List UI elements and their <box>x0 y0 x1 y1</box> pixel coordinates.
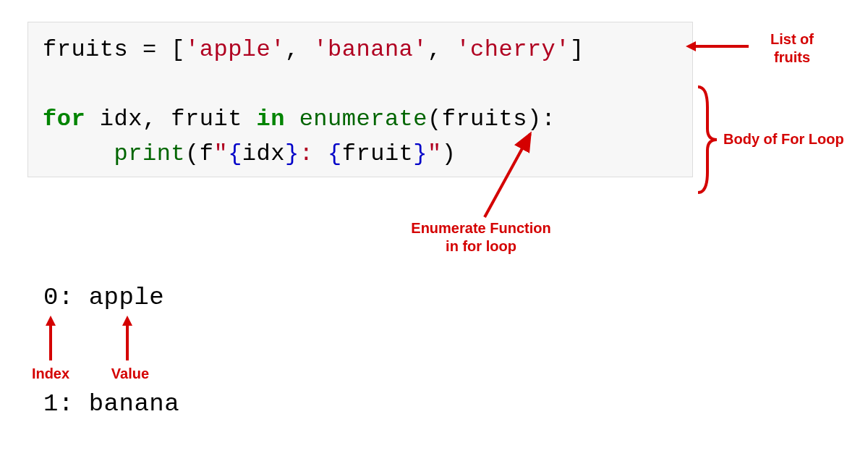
lbracket: [ <box>171 36 185 63</box>
annot-enumerate-l2: in for loop <box>394 237 568 256</box>
code-line-1: fruits = ['apple', 'banana', 'cherry'] <box>43 33 678 67</box>
fstr-colon: : <box>299 140 328 167</box>
code-block: fruits = ['apple', 'banana', 'cherry'] f… <box>27 22 693 177</box>
arrow-list-fruits-line <box>694 45 749 48</box>
kw-for: for <box>43 106 85 132</box>
comma1: , <box>285 36 313 63</box>
arrow-value-head-icon <box>122 316 132 326</box>
code-line-4: print(f"{idx}: {fruit}") <box>43 137 678 172</box>
annot-index: Index <box>25 365 76 383</box>
print-func: print <box>114 140 186 167</box>
lb1: { <box>228 140 242 167</box>
fstr-open: " <box>213 140 228 167</box>
indent <box>43 140 114 167</box>
output-block: 0: apple 1: banana 2: cherry <box>43 208 179 456</box>
annot-list-fruits: List of fruits <box>752 30 832 67</box>
str-cherry: 'cherry' <box>456 36 570 63</box>
code-line-3: for idx, fruit in enumerate(fruits): <box>43 102 678 137</box>
arrow-index-line <box>49 324 52 360</box>
arrow-value-line <box>126 324 129 360</box>
lparen: (f <box>185 140 213 167</box>
v-fruit: fruit <box>342 140 414 167</box>
rparen: ) <box>442 140 456 167</box>
comma2: , <box>427 36 456 63</box>
sp <box>285 106 299 132</box>
rb1: } <box>285 140 299 167</box>
output-line-1: 0: apple <box>43 280 179 316</box>
v-idx: idx <box>242 140 285 167</box>
enumerate-func: enumerate <box>299 106 427 132</box>
call-args: (fruits): <box>427 106 556 132</box>
eq: = <box>128 36 171 63</box>
fstr-close: " <box>427 140 442 167</box>
annot-list-fruits-l1: List of <box>752 30 832 48</box>
annot-enumerate: Enumerate Function in for loop <box>394 219 568 256</box>
loop-vars: idx, fruit <box>85 106 256 132</box>
arrow-list-fruits-head-icon <box>686 41 696 51</box>
rbracket: ] <box>570 36 584 63</box>
annot-index-text: Index <box>32 366 69 381</box>
arrow-index-head-icon <box>46 316 56 326</box>
annot-value: Value <box>105 365 156 383</box>
lb2: { <box>328 140 342 167</box>
annot-list-fruits-l2: fruits <box>752 48 832 67</box>
rb2: } <box>413 140 427 167</box>
var-fruits: fruits <box>43 36 128 63</box>
str-banana: 'banana' <box>313 36 427 63</box>
code-line-2 <box>43 67 678 102</box>
kw-in: in <box>257 106 285 132</box>
output-line-2: 1: banana <box>43 387 179 422</box>
annot-enumerate-l1: Enumerate Function <box>394 219 568 237</box>
brace-icon <box>697 85 718 194</box>
annot-value-text: Value <box>111 366 149 381</box>
annot-body-loop-text: Body of For Loop <box>723 131 844 147</box>
annot-body-loop: Body of For Loop <box>723 130 861 148</box>
str-apple: 'apple' <box>185 36 285 63</box>
